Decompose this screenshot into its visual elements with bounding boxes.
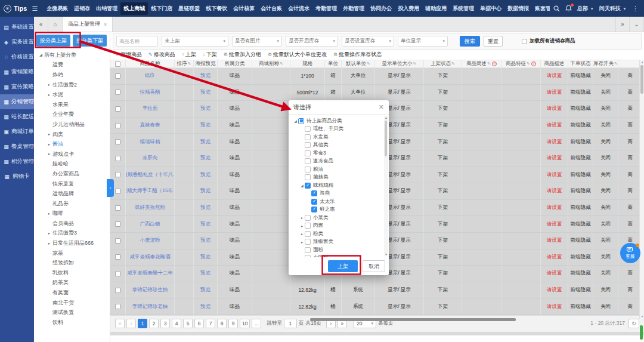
category-tree-item[interactable]: 乳饮料 bbox=[34, 268, 110, 278]
cell-name[interactable]: 冻肝肉 bbox=[126, 150, 175, 167]
filter-select[interactable]: 是否开启库存▾ bbox=[286, 36, 338, 47]
toolbar-button[interactable]: ⚙批量默认大小单位更改 bbox=[268, 51, 327, 58]
row-checkbox[interactable] bbox=[115, 288, 120, 293]
cell-poster[interactable]: 预览 bbox=[194, 233, 218, 249]
page-scrollbar-thumb[interactable] bbox=[640, 325, 643, 340]
sidebar-item[interactable]: ▦餐桌管理 bbox=[0, 139, 34, 154]
cell-name[interactable]: 味好美孜然粉 bbox=[126, 200, 175, 216]
cell-name[interactable]: 广西白糖 bbox=[126, 216, 175, 232]
modal-tree-item[interactable]: 太太乐 bbox=[293, 198, 384, 206]
modal-tree-item[interactable]: ▸火锅料 bbox=[293, 254, 384, 258]
cell-desc[interactable]: 请设置 bbox=[541, 200, 568, 216]
row-checkbox[interactable] bbox=[115, 73, 120, 79]
tree-checkbox[interactable] bbox=[305, 183, 311, 189]
topbar-menu-item[interactable]: 会计流水 bbox=[285, 2, 312, 15]
topbar-menu-item[interactable]: 单据中心 bbox=[477, 2, 504, 15]
toolbar-button[interactable]: ⚙批量操作库存状态 bbox=[333, 51, 382, 58]
tree-checkbox[interactable] bbox=[311, 207, 317, 212]
cell-poster[interactable]: 预览 bbox=[194, 167, 218, 183]
cell-poster[interactable]: 预览 bbox=[194, 282, 218, 298]
page-button[interactable]: 8 bbox=[217, 319, 227, 328]
row-checkbox[interactable] bbox=[115, 205, 120, 211]
row-checkbox[interactable] bbox=[115, 106, 120, 112]
modal-tree-item[interactable]: ◢味精鸡精 bbox=[293, 181, 384, 190]
horizontal-scrollbar[interactable] bbox=[310, 318, 516, 321]
page-button[interactable]: 10 bbox=[240, 319, 250, 328]
cell-poster[interactable]: 预览 bbox=[194, 200, 218, 216]
scrollbar-thumb[interactable] bbox=[640, 65, 643, 94]
cancel-button[interactable]: 取消 bbox=[363, 260, 385, 272]
filter-select[interactable]: 是否有图片▾ bbox=[232, 36, 282, 47]
cell-name[interactable]: 福瑞味精 bbox=[126, 134, 175, 150]
unshelf-by-category-button[interactable]: 按分类下架 bbox=[73, 35, 107, 47]
load-all-checkbox[interactable] bbox=[522, 39, 527, 44]
help-icon[interactable]: ? bbox=[492, 61, 497, 66]
topbar-menu-item[interactable]: 线上商城 bbox=[120, 2, 148, 15]
cell-name[interactable]: 恒顺大师手工醋（15年） bbox=[126, 183, 175, 199]
reset-button[interactable]: 重置 bbox=[484, 36, 503, 47]
topbar-menu-item[interactable]: 会计台账 bbox=[258, 2, 285, 15]
cell-name[interactable]: 恒顺香醋 bbox=[126, 85, 175, 101]
modal-tree-item[interactable]: ▸辣椒酱类 bbox=[293, 238, 384, 247]
topbar-menu-item[interactable]: 系统管理 bbox=[450, 2, 477, 15]
page-button[interactable]: 3 bbox=[160, 319, 170, 328]
cell-name[interactable]: 真味春酱 bbox=[126, 118, 175, 134]
scroll-down-icon[interactable]: ▼ bbox=[384, 252, 388, 256]
prev-page-button[interactable]: ‹ bbox=[126, 319, 136, 328]
tabs-menu-icon[interactable]: ⌄ bbox=[630, 17, 644, 32]
modal-tree-item[interactable]: 瑶柱、干贝类 bbox=[293, 125, 384, 134]
modal-tree-item[interactable]: 海燕 bbox=[293, 190, 384, 198]
category-tree-item[interactable]: 企业年费 bbox=[34, 110, 110, 120]
category-tree-item[interactable]: ▸生活缴费3 bbox=[34, 229, 110, 239]
category-tree-item[interactable]: ▸水泥 bbox=[34, 90, 110, 100]
close-icon[interactable]: ✕ bbox=[379, 103, 384, 111]
load-all-checkbox-row[interactable]: 加载所有进销存商品 bbox=[522, 38, 575, 45]
sidebar-item[interactable]: ▦购物卡 bbox=[0, 169, 34, 184]
home-icon[interactable]: ⌂ bbox=[48, 17, 63, 32]
tree-checkbox[interactable] bbox=[305, 223, 311, 229]
jump-page-input[interactable] bbox=[284, 319, 297, 328]
toolbar-button[interactable]: ↓下架 bbox=[203, 51, 217, 58]
hamburger-icon[interactable]: ☰ bbox=[32, 5, 38, 13]
cell-poster[interactable]: 预览 bbox=[194, 68, 218, 84]
collapse-left-icon[interactable]: « bbox=[34, 17, 48, 32]
topbar-menu-item[interactable]: 会计核算 bbox=[230, 2, 258, 15]
sidebar-item[interactable]: ▦宣传策略 bbox=[0, 79, 34, 94]
cell-desc[interactable]: 请设置 bbox=[541, 216, 568, 232]
cell-desc[interactable]: 请设置 bbox=[541, 68, 568, 84]
cell-poster[interactable]: 预览 bbox=[194, 298, 218, 315]
cell-desc[interactable]: 请设置 bbox=[541, 298, 568, 315]
sidebar-item[interactable]: ◈实务设置 bbox=[0, 35, 34, 50]
cell-name[interactable]: 纸巾 bbox=[126, 68, 175, 84]
modal-tree-item[interactable]: ▸肉酱 bbox=[293, 222, 384, 230]
company-dropdown[interactable]: 问天科技 ▼ bbox=[599, 5, 627, 13]
cell-poster[interactable]: 预览 bbox=[194, 134, 218, 150]
topbar-menu-item[interactable]: 企微易账 bbox=[44, 2, 71, 15]
tabs-forward-icon[interactable]: » bbox=[615, 17, 630, 32]
category-tree-item[interactable]: ▸生活缴费2 bbox=[34, 80, 110, 90]
category-tree-item[interactable]: ◢所有上架分类 bbox=[34, 50, 110, 60]
sidebar-item[interactable]: ▣商城订单 bbox=[0, 124, 34, 139]
topbar-menu-item[interactable]: 出纳管理 bbox=[93, 2, 120, 15]
row-checkbox[interactable] bbox=[115, 172, 120, 177]
modal-tree-item[interactable]: ▸粉类 bbox=[293, 230, 384, 238]
modal-tree-item[interactable]: 速冻食品 bbox=[293, 158, 384, 166]
customer-service-widget[interactable]: 客服 bbox=[620, 243, 640, 263]
tree-checkbox[interactable] bbox=[298, 118, 304, 124]
row-checkbox[interactable] bbox=[115, 254, 120, 260]
modal-tree-item[interactable]: ▸小菜类 bbox=[293, 214, 384, 222]
product-name-input[interactable] bbox=[116, 36, 158, 47]
category-tree-item[interactable]: 运费 bbox=[34, 60, 110, 70]
category-tree-item[interactable]: 办公室商品 bbox=[34, 169, 110, 179]
page-button[interactable]: 2 bbox=[149, 319, 159, 328]
cell-name[interactable]: 辛拉面 bbox=[126, 101, 175, 117]
modal-scrollbar[interactable]: ▲ ▼ bbox=[384, 116, 388, 256]
scroll-up-icon[interactable]: ▲ bbox=[640, 60, 644, 64]
category-tree-item[interactable]: 凉茶 bbox=[34, 248, 110, 258]
cell-desc[interactable]: 请设置 bbox=[541, 167, 568, 183]
scroll-up-icon[interactable]: ▲ bbox=[384, 116, 388, 119]
cell-desc[interactable]: 请设置 bbox=[541, 101, 568, 117]
topbar-menu-item[interactable]: 线下餐饮 bbox=[203, 2, 230, 15]
org-dropdown[interactable]: 总部 ▼ bbox=[577, 5, 594, 13]
close-icon[interactable]: × bbox=[104, 21, 107, 27]
